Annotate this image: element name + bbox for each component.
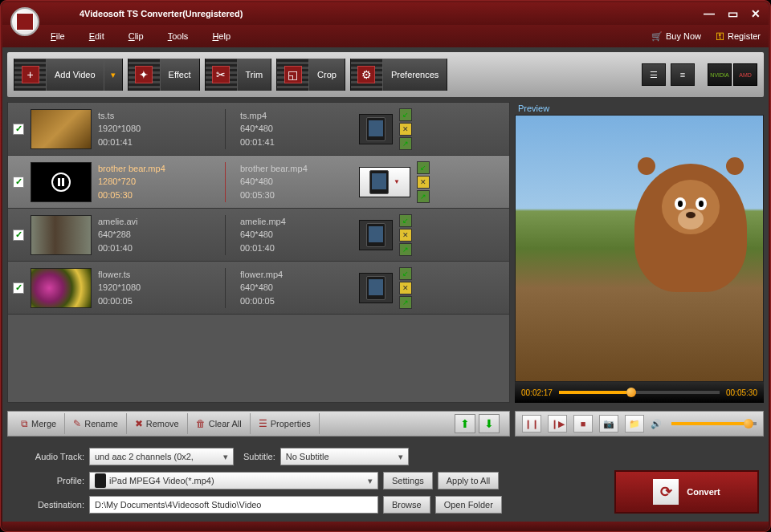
output-resolution: 640*480 bbox=[240, 175, 353, 189]
effect-button[interactable]: ✦ Effect bbox=[128, 59, 200, 91]
row-controls: ↙ ✕ ↗ bbox=[399, 214, 412, 256]
collapse-button[interactable]: ↗ bbox=[399, 243, 412, 256]
menu-edit[interactable]: Edit bbox=[89, 31, 104, 41]
output-resolution: 640*480 bbox=[240, 228, 353, 242]
file-row[interactable]: ✓ brother bear.mp4 1280*720 00:05:30 bro… bbox=[8, 156, 509, 209]
convert-button[interactable]: ⟳ Convert bbox=[614, 470, 759, 514]
gear-icon: ⚙ bbox=[357, 66, 375, 83]
chevron-down-icon: ▾ bbox=[398, 452, 403, 462]
view-list-button[interactable]: ☰ bbox=[642, 63, 666, 86]
register-link[interactable]: ⚿ Register bbox=[716, 31, 761, 41]
ipad-icon bbox=[95, 473, 106, 488]
toolbar: + Add Video ▾ ✦ Effect ✂ Trim ◱ Crop ⚙ P… bbox=[7, 52, 764, 97]
view-detail-button[interactable]: ≡ bbox=[671, 63, 695, 86]
thumbnail bbox=[31, 109, 92, 149]
merge-button[interactable]: ⧉Merge bbox=[13, 413, 65, 434]
list-actions: ⧉Merge ✎Rename ✖Remove 🗑Clear All ☰Prope… bbox=[7, 411, 510, 437]
plus-icon: + bbox=[22, 66, 39, 83]
add-video-button[interactable]: + Add Video ▾ bbox=[14, 59, 123, 91]
checkbox[interactable]: ✓ bbox=[13, 282, 24, 294]
device-target[interactable] bbox=[359, 273, 393, 303]
effect-label: Effect bbox=[161, 59, 199, 91]
destination-row: Destination: D:\My Documents\4Videosoft … bbox=[12, 496, 598, 514]
close-button[interactable]: ✕ bbox=[751, 7, 761, 20]
menu-help[interactable]: Help bbox=[212, 31, 230, 41]
audio-track-select[interactable]: und aac 2 channels (0x2,▾ bbox=[89, 448, 234, 465]
file-row[interactable]: ✓ amelie.avi 640*288 00:01:40 amelie.mp4… bbox=[8, 209, 509, 262]
collapse-button[interactable]: ↗ bbox=[399, 137, 412, 150]
maximize-button[interactable]: ▭ bbox=[728, 7, 738, 20]
row-controls: ↙ ✕ ↗ bbox=[399, 267, 412, 309]
file-row[interactable]: ✓ ts.ts 1920*1080 00:01:41 ts.mp4 640*48… bbox=[8, 103, 509, 156]
move-up-button[interactable]: ⬆ bbox=[455, 414, 475, 433]
source-name: flower.ts bbox=[98, 268, 218, 282]
menubar: File Edit Clip Tools Help 🛒 Buy Now ⚿ Re… bbox=[2, 25, 769, 47]
output-resolution: 640*480 bbox=[240, 281, 353, 294]
checkbox[interactable]: ✓ bbox=[13, 124, 24, 135]
collapse-button[interactable]: ↗ bbox=[399, 296, 412, 309]
open-folder-button[interactable]: Open Folder bbox=[435, 496, 502, 514]
add-video-label: Add Video bbox=[47, 59, 104, 91]
crop-button[interactable]: ◱ Crop bbox=[276, 59, 345, 91]
minimize-button[interactable]: — bbox=[704, 7, 715, 20]
seek-thumb[interactable] bbox=[626, 388, 636, 397]
subtitle-select[interactable]: No Subtitle▾ bbox=[280, 448, 409, 465]
clear-all-button[interactable]: 🗑Clear All bbox=[188, 413, 251, 434]
apply-to-all-button[interactable]: Apply to All bbox=[438, 472, 499, 489]
checkbox[interactable]: ✓ bbox=[13, 177, 24, 188]
rename-button[interactable]: ✎Rename bbox=[65, 413, 127, 434]
expand-button[interactable]: ↙ bbox=[399, 108, 412, 121]
browse-button[interactable]: Browse bbox=[383, 496, 430, 514]
trim-button[interactable]: ✂ Trim bbox=[205, 59, 272, 91]
menu-clip[interactable]: Clip bbox=[128, 31, 144, 41]
remove-row-button[interactable]: ✕ bbox=[399, 229, 412, 242]
checkbox[interactable]: ✓ bbox=[13, 229, 24, 241]
expand-button[interactable]: ↙ bbox=[417, 161, 430, 174]
properties-button[interactable]: ☰Properties bbox=[251, 413, 320, 434]
snapshot-button[interactable]: 📷 bbox=[599, 415, 618, 433]
source-info: brother bear.mp4 1280*720 00:05:30 bbox=[98, 162, 218, 202]
profile-select[interactable]: iPad MPEG4 Video(*.mp4)▾ bbox=[89, 472, 378, 489]
menu-file[interactable]: File bbox=[51, 31, 65, 41]
device-target[interactable]: ▼ bbox=[359, 167, 410, 197]
source-duration: 00:01:40 bbox=[98, 242, 218, 255]
audio-track-label: Audio Track: bbox=[12, 452, 84, 461]
output-name: brother bear.mp4 bbox=[240, 162, 353, 176]
buy-now-link[interactable]: 🛒 Buy Now bbox=[651, 31, 701, 42]
device-target[interactable] bbox=[359, 114, 393, 144]
stop-button[interactable]: ■ bbox=[573, 415, 593, 433]
step-button[interactable]: ❙▶ bbox=[548, 415, 567, 433]
preferences-button[interactable]: ⚙ Preferences bbox=[350, 59, 447, 91]
settings-button[interactable]: Settings bbox=[383, 472, 433, 489]
collapse-button[interactable]: ↗ bbox=[417, 190, 430, 203]
add-video-dropdown[interactable]: ▾ bbox=[104, 59, 122, 91]
file-row[interactable]: ✓ flower.ts 1920*1080 00:00:05 flower.mp… bbox=[8, 262, 509, 315]
volume-thumb[interactable] bbox=[744, 419, 753, 428]
expand-button[interactable]: ↙ bbox=[399, 267, 412, 280]
source-info: flower.ts 1920*1080 00:00:05 bbox=[98, 268, 218, 308]
ipad-icon bbox=[366, 276, 386, 300]
device-target[interactable] bbox=[359, 220, 393, 250]
source-resolution: 1920*1080 bbox=[98, 122, 218, 136]
output-name: amelie.mp4 bbox=[240, 215, 353, 229]
expand-button[interactable]: ↙ bbox=[399, 214, 412, 227]
volume-slider[interactable] bbox=[671, 422, 757, 425]
audio-track-value: und aac 2 channels (0x2, bbox=[95, 452, 194, 461]
cart-icon: 🛒 bbox=[651, 31, 663, 42]
row-controls: ↙ ✕ ↗ bbox=[399, 108, 412, 150]
source-name: ts.ts bbox=[98, 109, 218, 123]
destination-input[interactable]: D:\My Documents\4Videosoft Studio\Video bbox=[89, 496, 378, 514]
remove-row-button[interactable]: ✕ bbox=[399, 123, 412, 136]
action-bar: ⧉Merge ✎Rename ✖Remove 🗑Clear All ☰Prope… bbox=[2, 408, 769, 440]
open-folder-icon-button[interactable]: 📁 bbox=[625, 415, 644, 433]
seek-slider[interactable] bbox=[559, 391, 720, 394]
move-down-button[interactable]: ⬇ bbox=[479, 414, 500, 433]
menu-tools[interactable]: Tools bbox=[168, 31, 189, 41]
preview-seek-bar: 00:02:17 00:05:30 bbox=[515, 382, 764, 403]
output-info: ts.mp4 640*480 00:01:41 bbox=[232, 109, 353, 149]
register-label: Register bbox=[728, 31, 761, 41]
remove-row-button[interactable]: ✕ bbox=[417, 176, 430, 189]
remove-button[interactable]: ✖Remove bbox=[127, 413, 188, 434]
pause-button[interactable]: ❙❙ bbox=[522, 415, 541, 433]
remove-row-button[interactable]: ✕ bbox=[399, 282, 412, 294]
